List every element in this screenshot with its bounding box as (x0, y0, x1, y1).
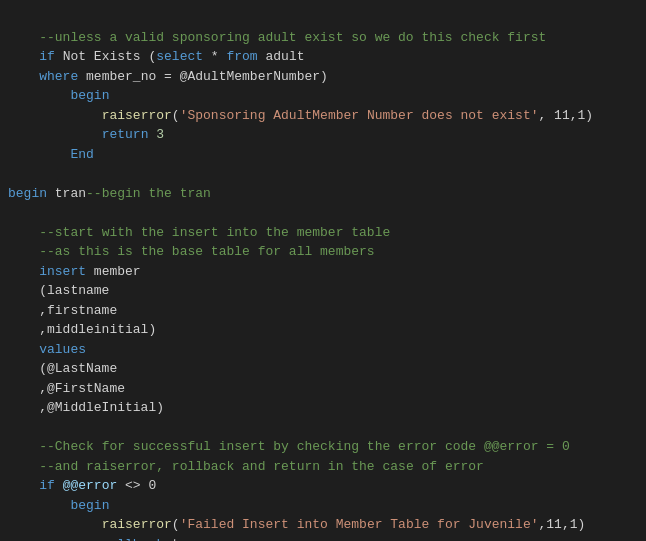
code-line: if Not Exists (select * from adult (8, 47, 638, 67)
code-line: rollback tran (8, 535, 638, 542)
code-line: --start with the insert into the member … (8, 223, 638, 243)
code-line: begin tran--begin the tran (8, 184, 638, 204)
code-line: insert member (8, 262, 638, 282)
code-line: --Check for successful insert by checkin… (8, 437, 638, 457)
code-line: --as this is the base table for all memb… (8, 242, 638, 262)
code-line: begin (8, 496, 638, 516)
code-line: (@LastName (8, 359, 638, 379)
code-line: values (8, 340, 638, 360)
code-line (8, 418, 638, 438)
code-line: --and raiserror, rollback and return in … (8, 457, 638, 477)
code-line: return 3 (8, 125, 638, 145)
code-line (8, 203, 638, 223)
code-line: ,firstname (8, 301, 638, 321)
code-line: --unless a valid sponsoring adult exist … (8, 28, 638, 48)
code-line: if @@error <> 0 (8, 476, 638, 496)
code-line: raiserror('Failed Insert into Member Tab… (8, 515, 638, 535)
code-editor: --unless a valid sponsoring adult exist … (8, 8, 638, 541)
code-line: begin (8, 86, 638, 106)
code-line: raiserror('Sponsoring AdultMember Number… (8, 106, 638, 126)
code-line: ,@MiddleInitial) (8, 398, 638, 418)
code-line: ,middleinitial) (8, 320, 638, 340)
code-line: (lastname (8, 281, 638, 301)
code-line: where member_no = @AdultMemberNumber) (8, 67, 638, 87)
code-line: End (8, 145, 638, 165)
code-line (8, 164, 638, 184)
code-line: ,@FirstName (8, 379, 638, 399)
